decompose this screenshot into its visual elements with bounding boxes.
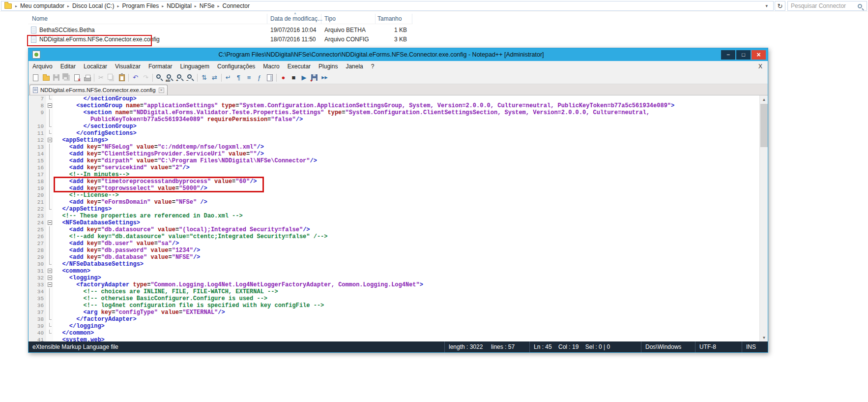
scroll-down-icon[interactable]: ▼	[760, 334, 768, 341]
line-number: 17	[29, 171, 46, 178]
column-separator[interactable]	[321, 14, 321, 24]
tab-config-file[interactable]: NDDigital.eForms.NFSe.Connector.exe.conf…	[29, 85, 168, 95]
zoom-in-icon[interactable]: +	[175, 72, 185, 83]
line-number: 33	[29, 281, 46, 288]
stop-macro-icon[interactable]: ■	[289, 72, 299, 83]
code-text: <logging>	[53, 275, 101, 281]
tab-close-icon[interactable]: ×	[159, 88, 164, 93]
vertical-scrollbar[interactable]: ▲ ▼	[759, 95, 768, 341]
column-header-tipo[interactable]: Tipo	[324, 15, 336, 22]
status-encoding[interactable]: UTF-8	[695, 341, 742, 352]
address-box[interactable]: ▸ Meu computador▸Disco Local (C:)▸Progra…	[1, 1, 774, 11]
menubar-close-button[interactable]: X	[753, 63, 768, 70]
redo-icon[interactable]: ↷	[141, 72, 151, 83]
word-wrap-icon[interactable]: ↵	[223, 72, 233, 83]
indent-guide-icon[interactable]: ≡	[244, 72, 254, 83]
menu-formatar[interactable]: Formatar	[145, 63, 176, 70]
scroll-up-icon[interactable]: ▲	[760, 95, 768, 103]
status-insert-mode[interactable]: INS	[742, 341, 768, 352]
save-icon[interactable]	[51, 72, 61, 83]
record-macro-icon[interactable]: ●	[278, 72, 289, 83]
code-line-29: 29 <add key="db.database" value="NFSE"/>	[29, 254, 759, 261]
menu-arquivo[interactable]: Arquivo	[29, 63, 57, 70]
function-list-icon[interactable]: ƒ	[254, 72, 264, 83]
replace-icon[interactable]: ab	[165, 72, 175, 83]
close-file-icon[interactable]	[72, 72, 82, 83]
menu-linguagem[interactable]: Linguagem	[176, 63, 213, 70]
line-number: 21	[29, 199, 46, 206]
zoom-out-icon[interactable]: −	[185, 72, 196, 83]
show-all-characters-icon[interactable]: ¶	[233, 72, 244, 83]
search-input[interactable]	[788, 2, 858, 9]
find-icon[interactable]	[154, 72, 165, 83]
code-line-35: 35 <!-- otherwise BasicConfigurer.Config…	[29, 295, 759, 302]
file-row[interactable]: BethaSCCities.Betha19/07/2016 10:04Arqui…	[28, 26, 421, 35]
code-line-26: 26 <!--add key="db.datasource" value="ct…	[29, 233, 759, 240]
title-bar[interactable]: C:\Program Files\NDDigital\NFSe\Connecto…	[29, 48, 768, 61]
save-macro-icon[interactable]: ●	[309, 72, 319, 83]
breadcrumb-item-disco-local-c-[interactable]: Disco Local (C:)	[70, 2, 116, 9]
fold-margin[interactable]	[46, 275, 53, 281]
menu-plugins[interactable]: Plugins	[315, 63, 342, 70]
sync-horizontal-scroll-icon[interactable]: ⇄	[209, 72, 220, 83]
code-line-38: 38 </factoryAdapter>	[29, 316, 759, 323]
play-macro-icon[interactable]: ▶	[299, 72, 309, 83]
fold-margin	[46, 144, 53, 151]
menu-localizar[interactable]: Localizar	[80, 63, 111, 70]
column-header-data-modificacao[interactable]: Data de modificaç...	[270, 15, 322, 22]
save-all-icon[interactable]	[61, 72, 72, 83]
menu-help[interactable]: ?	[367, 63, 378, 70]
fold-margin[interactable]	[46, 281, 53, 288]
maximize-button[interactable]: □	[736, 50, 751, 60]
close-button[interactable]: ×	[752, 50, 766, 60]
status-eol-format[interactable]: Dos\Windows	[641, 341, 695, 352]
column-header-nome[interactable]: Nome	[32, 15, 48, 22]
breadcrumb-item-nddigital[interactable]: NDDigital	[164, 2, 194, 9]
address-dropdown-icon[interactable]: ▾	[762, 3, 771, 8]
cut-icon[interactable]: ✂	[96, 72, 106, 83]
fold-margin[interactable]	[46, 219, 53, 226]
code-text: <factoryAdapter type="Common.Logging.Log…	[53, 281, 423, 288]
editor[interactable]: 7 </sectionGroup>8 <sectionGroup name="a…	[29, 95, 768, 341]
scrollbar-thumb[interactable]	[760, 104, 768, 147]
column-separator[interactable]	[267, 14, 267, 24]
fold-margin	[46, 192, 53, 199]
column-headers: Nome Data de modificaç... Tipo Tamanho	[28, 14, 413, 24]
code-line-9: 9 <section name="NDDigital.eForms.Valida…	[29, 109, 759, 116]
code-text: <sectionGroup name="applicationSettings"…	[53, 102, 674, 109]
code-text: </sectionGroup>	[53, 95, 137, 102]
menu-visualizar[interactable]: Visualizar	[111, 63, 145, 70]
fold-margin[interactable]	[46, 102, 53, 109]
run-macro-multiple-icon[interactable]: ▶▶	[319, 72, 330, 83]
open-folder-icon[interactable]	[41, 72, 51, 83]
code-area[interactable]: 7 </sectionGroup>8 <sectionGroup name="a…	[29, 95, 759, 341]
document-map-icon[interactable]	[264, 72, 275, 83]
menu-macro[interactable]: Macro	[259, 63, 283, 70]
search-box[interactable]	[787, 1, 867, 11]
menu-bar: ArquivoEditarLocalizarVisualizarFormatar…	[29, 61, 768, 71]
minimize-button[interactable]: −	[721, 50, 735, 60]
sync-vertical-scroll-icon[interactable]: ⇅	[199, 72, 209, 83]
column-header-tamanho[interactable]: Tamanho	[377, 15, 402, 22]
new-file-icon[interactable]	[30, 72, 41, 83]
column-separator[interactable]	[412, 14, 412, 24]
copy-icon[interactable]	[106, 72, 116, 83]
menu-editar[interactable]: Editar	[57, 63, 80, 70]
print-icon[interactable]	[82, 72, 92, 83]
column-separator[interactable]	[375, 14, 376, 24]
breadcrumb-item-connector[interactable]: Connector	[220, 2, 252, 9]
fold-margin	[46, 295, 53, 302]
code-text: <add key="db.user" value="sa"/>	[53, 240, 179, 247]
breadcrumb-item-meu-computador[interactable]: Meu computador	[18, 2, 67, 9]
breadcrumb-item-program-files[interactable]: Program Files	[119, 2, 161, 9]
menu-configuracoes[interactable]: Configurações	[213, 63, 259, 70]
paste-icon[interactable]	[116, 72, 127, 83]
fold-margin[interactable]	[46, 268, 53, 275]
breadcrumb-item-nfse[interactable]: NFSe	[197, 2, 217, 9]
code-text: <!--add key="db.datasource" value="ctent…	[53, 233, 328, 240]
refresh-icon[interactable]: ↻	[775, 1, 785, 11]
undo-icon[interactable]: ↶	[130, 72, 141, 83]
menu-executar[interactable]: Executar	[284, 63, 315, 70]
fold-margin[interactable]	[46, 137, 53, 144]
menu-janela[interactable]: Janela	[342, 63, 367, 70]
